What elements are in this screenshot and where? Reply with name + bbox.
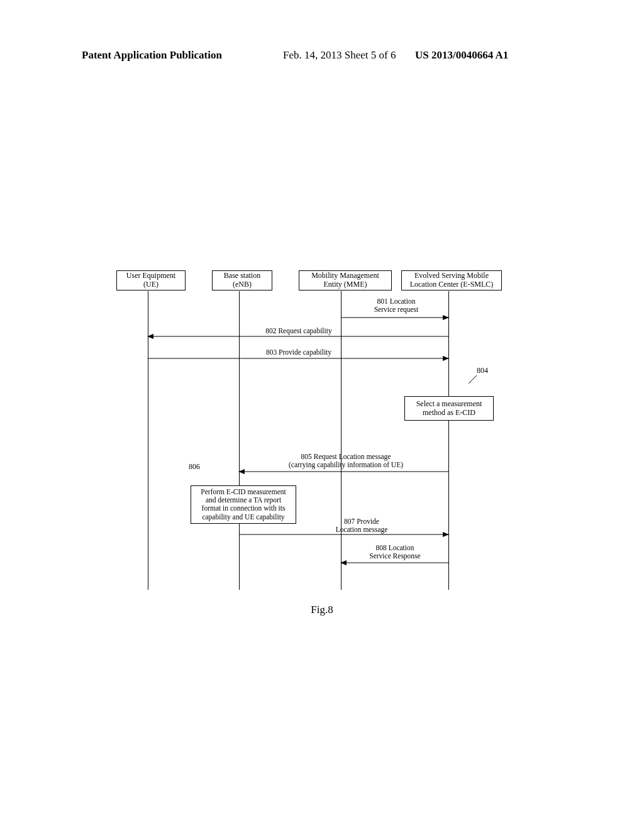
note-804: Select a measurement method as E-CID	[404, 396, 494, 421]
svg-line-6	[469, 375, 477, 384]
ref-806: 806	[189, 462, 200, 472]
header-mid: Feb. 14, 2013 Sheet 5 of 6	[283, 49, 396, 62]
ref-804: 804	[477, 366, 488, 375]
label-807: 807 Provide Location message	[324, 517, 399, 534]
label-805-b: (carrying capability information of UE)	[261, 461, 431, 469]
note-806-a: Perform E-CID measurement	[194, 488, 293, 496]
note-806-c: format in connection with its	[194, 504, 293, 512]
note-806: Perform E-CID measurement and determine …	[191, 485, 296, 524]
label-808: 808 Location Service Response	[354, 544, 436, 560]
note-804-a: Select a measurement	[409, 399, 489, 408]
label-802: 802 Request capability	[230, 327, 368, 335]
header-left: Patent Application Publication	[82, 49, 222, 62]
label-803: 803 Provide capability	[230, 348, 368, 357]
sequence-diagram: User Equipment (UE) Base station (eNB) M…	[116, 270, 531, 597]
label-808-a: 808 Location	[354, 544, 436, 552]
note-806-d: capability and UE capability	[194, 513, 293, 521]
figure-caption: Fig.8	[0, 604, 644, 616]
arrows-svg	[116, 270, 531, 597]
label-801-b: Service request	[355, 306, 437, 314]
label-805-a: 805 Request Location message	[261, 453, 431, 461]
label-801-a: 801 Location	[355, 297, 437, 306]
label-808-b: Service Response	[354, 552, 436, 560]
label-807-b: Location message	[324, 526, 399, 534]
label-807-a: 807 Provide	[324, 517, 399, 526]
note-806-b: and determine a TA report	[194, 496, 293, 504]
header-right: US 2013/0040664 A1	[415, 49, 508, 62]
note-804-b: method as E-CID	[409, 408, 489, 417]
label-801: 801 Location Service request	[355, 297, 437, 314]
label-805: 805 Request Location message (carrying c…	[261, 453, 431, 469]
